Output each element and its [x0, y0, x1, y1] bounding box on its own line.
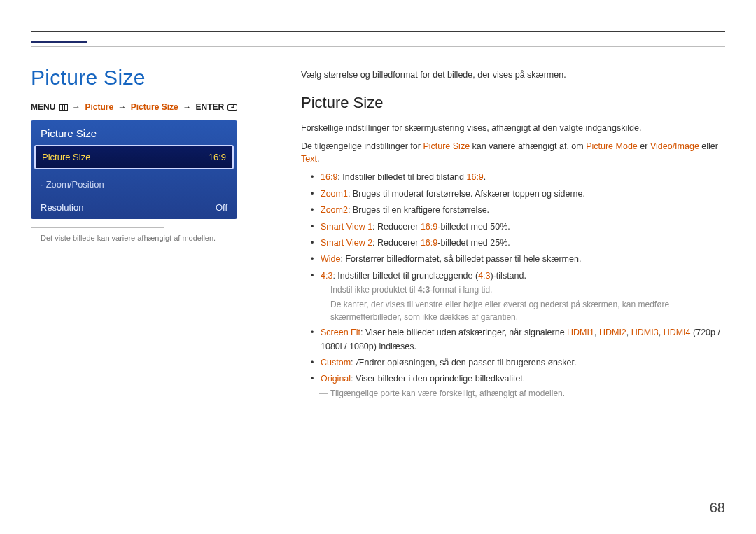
accent-bar [31, 41, 87, 43]
list-item: Zoom2: Bruges til en kraftigere forstørr… [321, 204, 725, 217]
list-item: Custom: Ændrer opløsningen, så den passe… [321, 356, 725, 370]
paragraph: De tilgængelige indstillinger for Pictur… [301, 140, 725, 165]
osd-item-picture-size[interactable]: Picture Size 16:9 [35, 146, 233, 169]
list-item: 16:9: Indstiller billedet til bred tilst… [321, 171, 725, 184]
arrow-icon: → [181, 102, 193, 112]
note: Indstil ikke produktet til 4:3-format i … [321, 284, 725, 296]
osd-item-label: Zoom/Position [46, 179, 104, 190]
breadcrumb-picture: Picture [85, 102, 113, 112]
osd-panel: Picture Size Picture Size 16:9 ·Zoom/Pos… [31, 120, 237, 219]
section-heading: Picture Size [301, 94, 725, 112]
arrow-icon: → [115, 102, 128, 112]
list-item: Screen Fit: Viser hele billedet uden afs… [321, 326, 725, 353]
page-number: 68 [710, 500, 725, 516]
page-title: Picture Size [31, 66, 269, 90]
top-bar [31, 31, 725, 32]
note-sub: De kanter, der vises til venstre eller h… [321, 299, 725, 323]
osd-selected-value: 16:9 [209, 152, 226, 162]
enter-icon [227, 104, 237, 111]
intro-paragraph: Vælg størrelse og billedformat for det b… [301, 70, 725, 80]
breadcrumb-picture-size: Picture Size [131, 102, 178, 112]
image-caption: ― Det viste billede kan variere afhængig… [31, 234, 269, 242]
paragraph: Forskellige indstillinger for skærmjuste… [301, 122, 725, 134]
osd-item-label: Resolution [41, 202, 83, 213]
arrow-icon: → [70, 102, 83, 112]
left-column: Picture Size MENU → Picture → Picture Si… [31, 66, 269, 402]
breadcrumb: MENU → Picture → Picture Size → ENTER [31, 102, 269, 112]
list-item: Smart View 2: Reducerer 16:9-billedet me… [321, 237, 725, 250]
list-item: Wide: Forstørrer billedformatet, så bill… [321, 253, 725, 266]
caption-divider [31, 227, 164, 228]
list-item: Original: Viser billeder i den oprindeli… [321, 372, 725, 400]
options-list: 16:9: Indstiller billedet til bred tilst… [301, 171, 725, 400]
osd-item-zoom-position[interactable]: ·Zoom/Position [31, 173, 237, 196]
list-item: Smart View 1: Reducerer 16:9-billedet me… [321, 220, 725, 234]
list-item: Zoom1: Bruges til moderat forstørrelse. … [321, 188, 725, 201]
caption-text: Det viste billede kan variere afhængigt … [41, 234, 216, 242]
osd-title: Picture Size [31, 120, 237, 146]
breadcrumb-enter: ENTER [195, 102, 224, 112]
horizontal-rule [31, 46, 725, 47]
osd-selected-label: Picture Size [42, 152, 90, 162]
dot-icon: · [41, 179, 46, 190]
breadcrumb-menu: MENU [31, 102, 55, 112]
osd-item-value: Off [216, 202, 227, 213]
osd-item-resolution[interactable]: Resolution Off [31, 196, 237, 219]
list-item: 4:3: Indstiller billedet til grundlæggen… [321, 269, 725, 324]
right-column: Vælg størrelse og billedformat for det b… [301, 66, 725, 402]
note: Tilgængelige porte kan være forskelligt,… [321, 388, 725, 400]
menu-icon [59, 104, 68, 111]
